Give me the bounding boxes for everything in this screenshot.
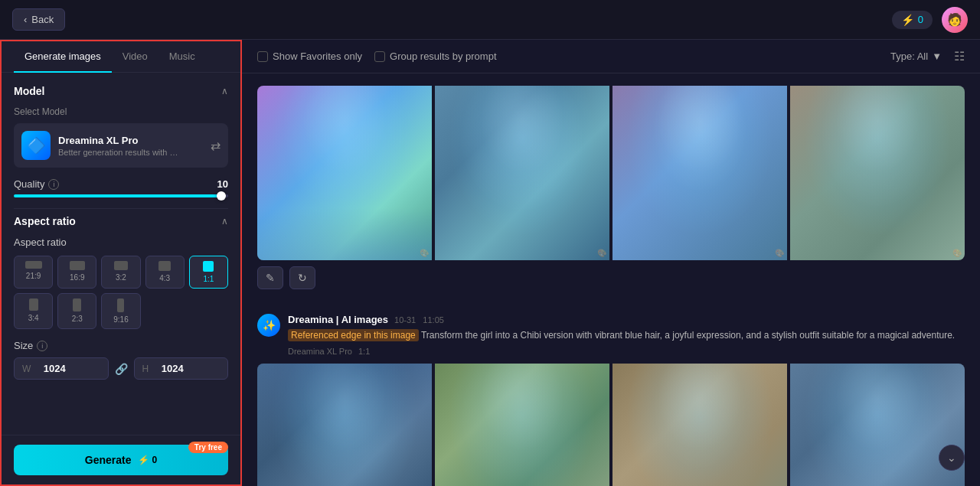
aspect-label-2-3: 2:3	[72, 315, 83, 323]
prompt-meta: Dreamina | AI images 10-31 11:05 Referen…	[288, 314, 965, 356]
width-label: W	[22, 364, 31, 374]
tab-video[interactable]: Video	[112, 41, 158, 73]
image-section-1: ✎ ↻	[257, 86, 965, 295]
try-free-badge: Try free	[188, 442, 228, 453]
content-area: Show Favorites only Group results by pro…	[242, 40, 980, 486]
size-width-group: W	[14, 357, 109, 380]
prompt-model-tag: Dreamina XL Pro	[288, 347, 352, 356]
generate-credits: ⚡ 0	[138, 455, 158, 465]
aspect-btn-2-3[interactable]: 2:3	[57, 293, 96, 329]
image-item-2-2[interactable]	[435, 364, 609, 486]
aspect-rect-4-3	[158, 261, 171, 271]
aspect-label-9-16: 9:16	[113, 315, 128, 324]
type-filter[interactable]: Type: All ▼	[890, 51, 942, 62]
topbar-right: ⚡ 0 🧑	[892, 7, 968, 33]
prompt-author: Dreamina | AI images	[288, 314, 388, 325]
image-item-1-2[interactable]	[435, 86, 609, 260]
aspect-ratio-title: Aspect ratio	[14, 215, 76, 227]
quality-thumb	[217, 191, 226, 201]
image-item-1-1[interactable]	[257, 86, 432, 260]
size-info-icon[interactable]: i	[37, 341, 47, 351]
aspect-btn-21-9[interactable]: 21:9	[14, 256, 53, 289]
sidebar-content: Model ∧ Select Model 🔷 Dreamina XL Pro B…	[2, 73, 240, 435]
group-results-item[interactable]: Group results by prompt	[374, 51, 496, 62]
aspect-label-4-3: 4:3	[159, 274, 170, 282]
model-icon-symbol: 🔷	[27, 136, 46, 155]
image-item-2-4[interactable]	[790, 364, 965, 486]
prompt-hour: 11:05	[423, 315, 444, 325]
image-item-1-3[interactable]	[612, 86, 787, 260]
aspect-rect-2-3	[73, 298, 81, 311]
quality-value: 10	[217, 178, 228, 190]
image-section-2: ✨ Dreamina | AI images 10-31 11:05	[257, 314, 965, 486]
save-icon[interactable]: ☷	[954, 49, 965, 64]
model-desc: Better generation results with profe...	[58, 148, 181, 157]
aspect-btn-9-16[interactable]: 9:16	[101, 293, 140, 329]
aspect-rect-16-9	[70, 261, 85, 270]
aspect-btn-1-1[interactable]: 1:1	[189, 256, 228, 289]
model-section-header[interactable]: Model ∧	[14, 85, 228, 97]
quality-label: Quality i	[14, 178, 59, 190]
link-icon[interactable]: 🔗	[115, 363, 128, 375]
aspect-label-16-9: 16:9	[70, 273, 84, 282]
model-name: Dreamina XL Pro	[58, 135, 203, 146]
model-icon: 🔷	[21, 131, 51, 160]
main-layout: Generate images Video Music Model ∧ Sele…	[0, 40, 980, 486]
back-button[interactable]: ‹ Back	[12, 8, 65, 31]
scroll-down-button[interactable]: ⌄	[939, 445, 965, 471]
prompt-highlight[interactable]: Referenced edge in this image	[288, 329, 419, 341]
aspect-ratio-chevron-icon: ∧	[221, 216, 228, 227]
aspect-btn-16-9[interactable]: 16:9	[57, 256, 96, 289]
show-favorites-checkbox[interactable]	[257, 51, 268, 62]
aspect-btn-3-2[interactable]: 3:2	[101, 256, 140, 289]
image-item-2-1[interactable]	[257, 364, 432, 486]
aspect-label-21-9: 21:9	[26, 272, 41, 280]
show-favorites-item[interactable]: Show Favorites only	[257, 51, 362, 62]
model-title: Model	[14, 85, 44, 97]
group-results-checkbox[interactable]	[374, 51, 385, 62]
aspect-label-1-1: 1:1	[203, 275, 214, 283]
back-label: Back	[31, 14, 54, 25]
select-model-label: Select Model	[14, 106, 228, 117]
aspect-ratio-section-header[interactable]: Aspect ratio ∧	[14, 215, 228, 227]
credits-value: 0	[918, 14, 923, 25]
generate-section: Try free Generate ⚡ 0	[2, 435, 240, 484]
size-height-group: H	[134, 357, 229, 380]
image-grid-1	[257, 86, 965, 260]
image-item-1-4[interactable]	[790, 86, 965, 260]
aspect-btn-3-4[interactable]: 3:4	[14, 293, 53, 329]
aspect-rect-3-4	[29, 298, 38, 311]
model-swap-icon[interactable]: ⇄	[211, 139, 220, 153]
prompt-avatar-icon: ✨	[263, 319, 276, 331]
edit-button[interactable]: ✎	[257, 266, 283, 289]
prompt-text: Referenced edge in this image Transform …	[288, 328, 965, 342]
height-input[interactable]	[153, 363, 191, 374]
images-container: ✎ ↻ ✨ Dreamina | AI images	[242, 73, 980, 486]
avatar[interactable]: 🧑	[942, 7, 968, 33]
refresh-button[interactable]: ↻	[289, 266, 315, 289]
image-item-2-3[interactable]	[612, 364, 787, 486]
content-toolbar: Show Favorites only Group results by pro…	[242, 40, 980, 73]
aspect-ratio-label: Aspect ratio	[14, 236, 228, 248]
aspect-btn-4-3[interactable]: 4:3	[145, 256, 185, 289]
prompt-title-row: Dreamina | AI images 10-31 11:05	[288, 314, 965, 325]
tab-music[interactable]: Music	[158, 41, 206, 73]
image-grid-2	[257, 364, 965, 486]
quality-slider[interactable]	[14, 194, 228, 197]
topbar: ‹ Back ⚡ 0 🧑	[0, 0, 980, 40]
tab-generate-images[interactable]: Generate images	[14, 41, 112, 73]
prompt-body: Transform the girl into a Chibi version …	[421, 330, 955, 341]
model-info: Dreamina XL Pro Better generation result…	[58, 135, 203, 157]
bolt-icon: ⚡	[901, 14, 914, 26]
prompt-ratio-tag: 1:1	[358, 347, 370, 356]
show-favorites-label: Show Favorites only	[273, 51, 362, 62]
sidebar-tabs: Generate images Video Music	[2, 41, 240, 73]
height-label: H	[142, 364, 149, 374]
content-wrapper: ✎ ↻ ✨ Dreamina | AI images	[242, 73, 980, 486]
sidebar: Generate images Video Music Model ∧ Sele…	[0, 40, 242, 486]
aspect-grid-row1: 21:9 16:9 3:2 4:3 1:1	[14, 256, 228, 289]
model-chevron-icon: ∧	[221, 86, 228, 96]
quality-info-icon[interactable]: i	[48, 179, 59, 190]
aspect-label-3-4: 3:4	[28, 314, 39, 322]
width-input[interactable]	[35, 363, 74, 374]
